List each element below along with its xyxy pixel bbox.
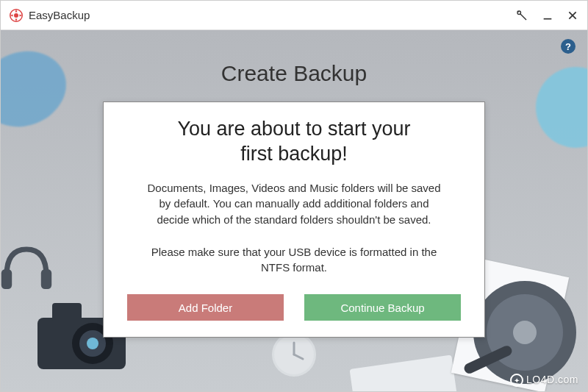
dialog-title: You are about to start your first backup… xyxy=(177,117,410,167)
svg-point-12 xyxy=(87,338,98,349)
watermark-text: LO4D.com xyxy=(526,374,578,385)
close-button[interactable] xyxy=(567,10,578,21)
svg-point-15 xyxy=(513,321,537,344)
content-area: ? Create Backup You are about to start y… xyxy=(1,30,587,391)
svg-rect-9 xyxy=(52,303,82,321)
clock-icon xyxy=(272,332,316,377)
svg-point-1 xyxy=(14,13,18,18)
decor-blob-icon xyxy=(1,39,76,138)
add-folder-button[interactable]: Add Folder xyxy=(127,294,284,321)
svg-rect-6 xyxy=(1,269,12,289)
keyboard-icon xyxy=(350,355,458,391)
minimize-button[interactable] xyxy=(542,10,553,21)
settings-icon[interactable] xyxy=(515,9,528,22)
help-icon[interactable]: ? xyxy=(561,39,576,54)
dialog-body: Documents, Images, Videos and Music fold… xyxy=(147,180,440,277)
window-controls xyxy=(515,9,578,22)
continue-backup-button[interactable]: Continue Backup xyxy=(304,294,461,321)
page-title: Create Backup xyxy=(1,61,587,86)
watermark: ✦LO4D.com xyxy=(510,374,578,387)
app-title: EasyBackup xyxy=(29,9,515,21)
globe-icon: ✦ xyxy=(510,374,523,387)
svg-rect-7 xyxy=(41,269,51,289)
dialog-buttons: Add Folder Continue Backup xyxy=(127,294,461,321)
titlebar: EasyBackup xyxy=(1,1,587,30)
first-backup-dialog: You are about to start your first backup… xyxy=(103,101,485,338)
app-window: EasyBackup xyxy=(0,0,588,392)
app-logo-icon xyxy=(10,9,23,22)
headphones-icon xyxy=(1,229,60,296)
